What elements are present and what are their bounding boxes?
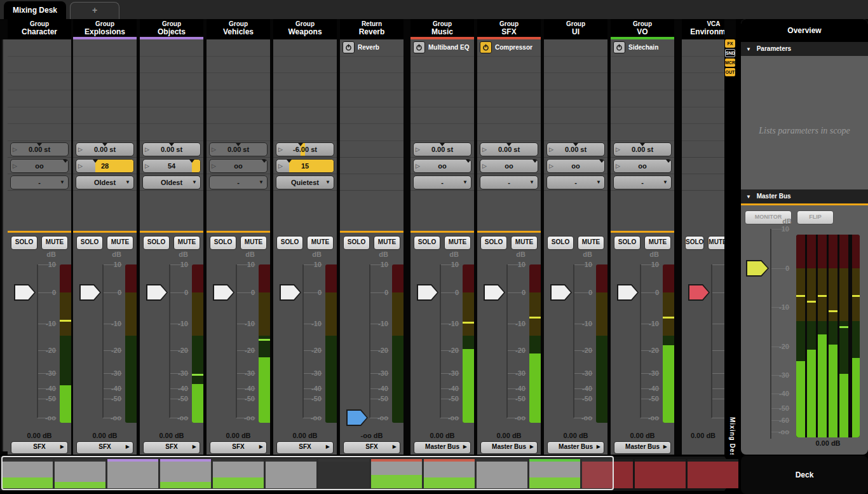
pitch-field[interactable]: ▷0.00 st	[413, 142, 471, 156]
routing-button[interactable]: Master Bus▶	[480, 441, 538, 454]
effect-slot[interactable]	[140, 39, 203, 57]
strip-header[interactable]: GroupSFX	[477, 19, 541, 39]
mute-button[interactable]: MUTE	[240, 236, 267, 250]
mute-button[interactable]: MUTE	[107, 236, 133, 250]
solo-button[interactable]: SOLO	[143, 236, 170, 250]
strip-header[interactable]: GroupObjects	[140, 19, 203, 39]
effect-slot[interactable]	[682, 57, 724, 74]
power-icon[interactable]	[413, 41, 425, 53]
solo-button[interactable]: SOLO	[685, 236, 704, 250]
fader-handle[interactable]	[146, 284, 168, 301]
effect-slot[interactable]: Multiband EQ	[410, 39, 474, 57]
effect-button[interactable]: Reverb	[342, 41, 379, 53]
mute-button[interactable]: MUTE	[578, 236, 604, 250]
fader-track[interactable]	[302, 264, 304, 418]
solo-button[interactable]: SOLO	[11, 236, 37, 250]
fader-track[interactable]	[711, 264, 712, 418]
effect-slot[interactable]	[73, 73, 137, 90]
mute-button[interactable]: MUTE	[307, 236, 334, 250]
solo-button[interactable]: SOLO	[210, 236, 236, 250]
tab-mixing-desk[interactable]: Mixing Desk	[4, 1, 66, 19]
effect-slot[interactable]	[682, 124, 724, 141]
effect-slot[interactable]	[273, 57, 337, 74]
volume-readout[interactable]: 0.00 dB	[273, 430, 337, 441]
effect-slot[interactable]	[410, 73, 474, 90]
volume-readout[interactable]: 0.00 dB	[207, 430, 270, 441]
stealing-dropdown[interactable]: Oldest▼	[76, 175, 134, 189]
routing-button[interactable]: SFX▶	[210, 441, 267, 454]
fader-track[interactable]	[37, 264, 38, 418]
fader-track[interactable]	[573, 264, 574, 418]
strip-header[interactable]: ReturnReverb	[340, 19, 403, 39]
fader-track[interactable]	[236, 264, 237, 418]
effect-slot[interactable]	[410, 107, 474, 125]
strip-header[interactable]: VCAEnvironment	[682, 19, 724, 39]
effect-slot[interactable]	[8, 124, 71, 141]
effect-slot[interactable]	[73, 57, 137, 74]
pitch-field[interactable]: ▷-6.00 st	[276, 142, 334, 156]
effect-slot[interactable]	[207, 90, 270, 107]
effect-slot[interactable]	[544, 73, 607, 90]
fader-handle[interactable]	[417, 284, 438, 301]
pitch-field[interactable]: ▷0.00 st	[613, 142, 672, 156]
fader-handle[interactable]	[14, 284, 36, 301]
mute-button[interactable]: MUTE	[444, 236, 471, 250]
mute-button[interactable]: MUTE	[41, 236, 68, 250]
snd-rail-button[interactable]: SND	[725, 49, 735, 57]
effect-slot[interactable]	[410, 57, 474, 74]
fader-track[interactable]	[770, 229, 771, 439]
effect-slot[interactable]	[544, 107, 607, 125]
effect-slot[interactable]	[410, 90, 474, 107]
max-instances-field[interactable]: ▷oo	[546, 159, 605, 173]
max-instances-field[interactable]: ▷oo	[413, 159, 471, 173]
routing-button[interactable]: Master Bus▶	[614, 441, 671, 454]
mute-button[interactable]: MUTE	[708, 236, 724, 250]
effect-slot[interactable]	[544, 39, 607, 57]
solo-button[interactable]: SOLO	[614, 236, 641, 250]
deck-panel[interactable]: Deck	[741, 456, 868, 494]
effect-slot[interactable]	[207, 124, 270, 141]
max-instances-field[interactable]: ▷15	[276, 159, 334, 173]
routing-button[interactable]: Master Bus▶	[547, 441, 604, 454]
effect-slot[interactable]	[8, 90, 71, 107]
effect-slot[interactable]	[73, 90, 137, 107]
fader-track[interactable]	[369, 264, 370, 418]
effect-slot[interactable]	[140, 73, 203, 90]
effect-slot[interactable]	[340, 90, 403, 107]
effect-slot[interactable]	[207, 107, 270, 125]
max-instances-field[interactable]: ▷oo	[480, 159, 538, 173]
solo-button[interactable]: SOLO	[480, 236, 507, 250]
power-icon[interactable]	[342, 41, 355, 53]
effect-button[interactable]: Multiband EQ	[413, 41, 469, 53]
volume-readout[interactable]: 0.00 dB	[140, 430, 203, 441]
fader-handle[interactable]	[213, 284, 234, 301]
effect-slot[interactable]	[140, 90, 203, 107]
effect-slot[interactable]	[73, 107, 137, 125]
effect-slot[interactable]: Reverb	[340, 39, 403, 57]
effect-slot[interactable]	[682, 107, 724, 125]
solo-button[interactable]: SOLO	[343, 236, 370, 250]
effect-slot[interactable]	[207, 73, 270, 90]
master-volume-readout[interactable]: 0.00 dB	[796, 439, 860, 447]
volume-readout[interactable]: 0.00 dB	[477, 430, 541, 441]
effect-slot[interactable]	[8, 73, 71, 90]
effect-slot[interactable]: Compressor	[477, 39, 541, 57]
power-icon[interactable]	[480, 41, 492, 53]
volume-readout[interactable]: 0.00 dB	[544, 430, 607, 441]
effect-slot[interactable]	[611, 107, 674, 125]
effect-slot[interactable]	[273, 73, 337, 90]
effect-slot[interactable]	[340, 107, 403, 125]
routing-button[interactable]: SFX▶	[343, 441, 400, 454]
stealing-dropdown[interactable]: -▼	[480, 175, 538, 189]
effect-slot[interactable]	[207, 57, 270, 74]
effect-slot[interactable]	[273, 39, 337, 57]
max-instances-field[interactable]: ▷54	[142, 159, 201, 173]
effect-slot[interactable]	[682, 90, 724, 107]
routing-button[interactable]: SFX▶	[276, 441, 334, 454]
strip-header[interactable]: GroupUI	[544, 19, 607, 39]
effect-slot[interactable]	[73, 124, 137, 141]
routing-button[interactable]: SFX▶	[76, 441, 133, 454]
effect-slot[interactable]	[477, 124, 541, 141]
effect-slot[interactable]	[477, 73, 541, 90]
effect-slot[interactable]	[544, 90, 607, 107]
